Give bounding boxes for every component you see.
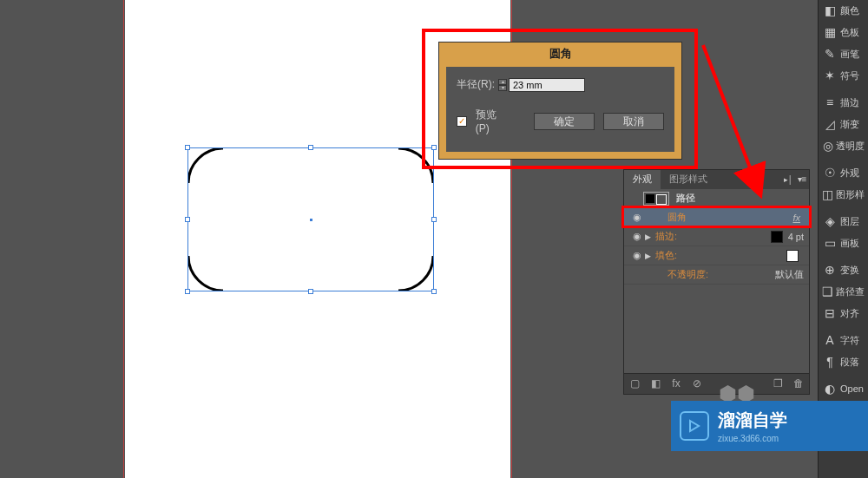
delete-icon[interactable]: 🗑 bbox=[792, 377, 806, 391]
dock-item-描边[interactable]: ≡描边 bbox=[819, 92, 868, 114]
dock-icon: ◐ bbox=[822, 382, 838, 396]
ok-button[interactable]: 确定 bbox=[534, 113, 595, 130]
dock-item-画板[interactable]: ▭画板 bbox=[819, 232, 868, 254]
handle-tl[interactable] bbox=[185, 145, 190, 150]
dock-label: 图形样 bbox=[836, 188, 865, 201]
corner-arc-br bbox=[398, 256, 433, 291]
handle-bm[interactable] bbox=[308, 289, 313, 294]
dock-icon: ◈ bbox=[822, 214, 838, 228]
handle-tr[interactable] bbox=[431, 145, 437, 150]
watermark-play-icon bbox=[680, 411, 709, 441]
dock-label: 路径查 bbox=[836, 285, 865, 298]
appearance-row-fill[interactable]: ◉ ▶ 填色: bbox=[624, 246, 809, 265]
appearance-row-opacity[interactable]: 不透明度: 默认值 bbox=[624, 265, 809, 285]
tab-appearance[interactable]: 外观 bbox=[624, 170, 661, 189]
fill-swatch[interactable] bbox=[786, 250, 799, 262]
panel-menu-icon[interactable]: ▾≡ bbox=[795, 170, 809, 189]
corner-arc-tr bbox=[398, 148, 433, 183]
handle-ml[interactable] bbox=[185, 217, 190, 222]
new-fill-icon[interactable]: ◧ bbox=[648, 377, 662, 391]
dock-label: 渐变 bbox=[840, 118, 859, 131]
dock-label: 透明度 bbox=[836, 140, 865, 153]
dock-item-段落[interactable]: ¶段落 bbox=[819, 351, 868, 373]
spinner-down[interactable]: ▾ bbox=[498, 85, 507, 91]
center-indicator bbox=[310, 219, 312, 221]
stroke-swatch[interactable] bbox=[771, 231, 783, 243]
dock-item-画笔[interactable]: ✎画笔 bbox=[819, 43, 868, 65]
cancel-button[interactable]: 取消 bbox=[603, 113, 664, 130]
dock-icon: ≡ bbox=[822, 95, 838, 109]
watermark: 溜溜自学 zixue.3d66.com bbox=[671, 401, 868, 451]
path-thumb bbox=[643, 192, 669, 206]
dock-item-透明度[interactable]: ◎透明度 bbox=[819, 135, 868, 157]
radius-spinner[interactable]: ▴ ▾ bbox=[498, 79, 507, 91]
radius-input[interactable] bbox=[509, 78, 585, 92]
dock-item-渐变[interactable]: ◿渐变 bbox=[819, 114, 868, 135]
dock-item-Open[interactable]: ◐Open bbox=[819, 378, 868, 400]
dock-icon: ⊟ bbox=[822, 306, 838, 320]
dock-item-色板[interactable]: ▦色板 bbox=[819, 22, 868, 43]
panel-tabs: 外观 图形样式 ▸│ ▾≡ bbox=[624, 170, 809, 189]
dock-icon: ◎ bbox=[822, 139, 833, 153]
stroke-value: 4 pt bbox=[788, 232, 804, 242]
dock-item-字符[interactable]: A字符 bbox=[819, 330, 868, 351]
expand-icon[interactable]: ▶ bbox=[645, 252, 655, 260]
dock-icon: ◿ bbox=[822, 117, 838, 131]
dock-icon: A bbox=[822, 333, 838, 347]
dock-label: Open bbox=[840, 383, 864, 394]
dock-icon: ▭ bbox=[822, 236, 838, 250]
dock-item-图层[interactable]: ◈图层 bbox=[819, 211, 868, 232]
fx-link[interactable]: fx bbox=[792, 213, 800, 223]
dock-item-变换[interactable]: ⊕变换 bbox=[819, 259, 868, 281]
visibility-toggle[interactable]: ◉ bbox=[629, 212, 645, 223]
watermark-subtitle: zixue.3d66.com bbox=[718, 434, 787, 443]
dock-label: 画笔 bbox=[840, 48, 859, 61]
duplicate-icon[interactable]: ❐ bbox=[771, 377, 785, 391]
guide-left bbox=[123, 0, 124, 478]
dialog-title: 圆角 bbox=[439, 43, 681, 65]
clear-icon[interactable]: ⊘ bbox=[690, 377, 704, 391]
dock-item-符号[interactable]: ✶符号 bbox=[819, 65, 868, 87]
dock-label: 段落 bbox=[840, 356, 859, 369]
handle-tm[interactable] bbox=[308, 145, 313, 150]
dock-icon: ⊕ bbox=[822, 263, 838, 277]
expand-icon[interactable]: ▶ bbox=[645, 232, 655, 241]
dock-label: 外观 bbox=[840, 167, 859, 180]
dock-label: 对齐 bbox=[840, 307, 859, 320]
visibility-toggle[interactable]: ◉ bbox=[629, 231, 645, 242]
handle-br[interactable] bbox=[431, 289, 437, 294]
tab-graphic-styles[interactable]: 图形样式 bbox=[661, 170, 716, 189]
dock-item-图形样[interactable]: ◫图形样 bbox=[819, 184, 868, 206]
canvas[interactable] bbox=[0, 0, 513, 478]
dock-item-颜色[interactable]: ◧颜色 bbox=[819, 0, 868, 22]
corner-arc-bl bbox=[188, 256, 223, 291]
watermark-title: 溜溜自学 bbox=[718, 409, 787, 432]
handle-bl[interactable] bbox=[185, 289, 190, 294]
dock-label: 颜色 bbox=[840, 4, 859, 17]
appearance-row-round-corners[interactable]: ◉ 圆角 fx bbox=[624, 208, 809, 227]
dock-item-对齐[interactable]: ⊟对齐 bbox=[819, 303, 868, 324]
dock-icon: ✎ bbox=[822, 47, 838, 61]
spinner-up[interactable]: ▴ bbox=[498, 79, 507, 85]
preview-checkbox[interactable]: ✓ bbox=[457, 116, 467, 127]
add-effect-icon[interactable]: fx bbox=[669, 377, 683, 391]
handle-mr[interactable] bbox=[431, 217, 437, 222]
dock-item-路径查[interactable]: ❑路径查 bbox=[819, 281, 868, 303]
new-stroke-icon[interactable]: ▢ bbox=[628, 377, 641, 391]
opacity-value: 默认值 bbox=[775, 268, 804, 281]
dock-item-外观[interactable]: ☉外观 bbox=[819, 162, 868, 184]
appearance-row-stroke[interactable]: ◉ ▶ 描边: 4 pt bbox=[624, 227, 809, 246]
dock-icon: ◧ bbox=[822, 3, 838, 17]
dock-label: 变换 bbox=[840, 264, 859, 277]
dock-label: 字符 bbox=[840, 334, 859, 347]
panel-collapse-icon[interactable]: ▸│ bbox=[781, 170, 795, 189]
appearance-row-path[interactable]: 路径 bbox=[624, 189, 809, 208]
appearance-panel: 外观 图形样式 ▸│ ▾≡ 路径 ◉ 圆角 fx ◉ ▶ 描边: 4 pt ◉ … bbox=[623, 169, 810, 395]
dock-icon: ✶ bbox=[822, 69, 838, 82]
preview-label: 预览(P) bbox=[476, 108, 510, 134]
dock-icon: ❑ bbox=[822, 285, 833, 298]
round-corners-dialog: 圆角 半径(R): ▴ ▾ ✓ 预览(P) 确定 取消 bbox=[438, 42, 682, 160]
visibility-toggle[interactable]: ◉ bbox=[629, 250, 645, 261]
selected-shape[interactable] bbox=[187, 147, 434, 291]
dock-label: 色板 bbox=[840, 26, 859, 39]
